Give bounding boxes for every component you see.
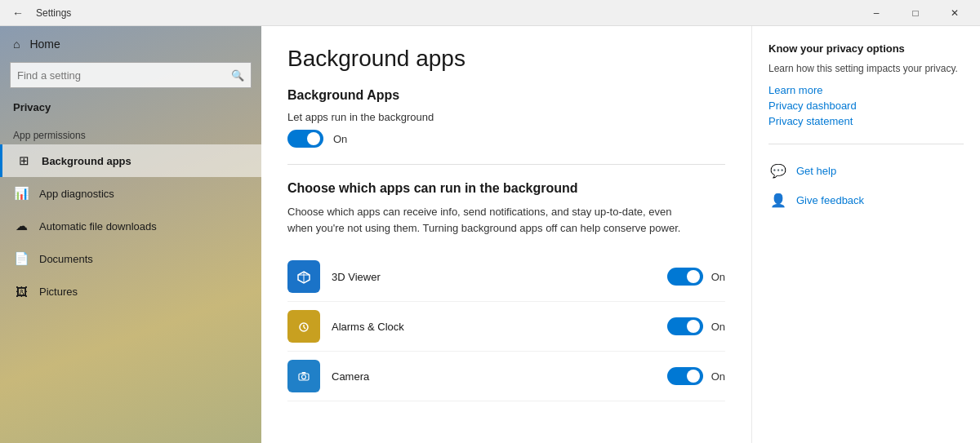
- choose-section-heading: Choose which apps can run in the backgro…: [287, 181, 725, 196]
- app-toggle-status-alarms-clock: On: [711, 321, 725, 333]
- sidebar-item-app-diagnostics[interactable]: 📊 App diagnostics: [0, 177, 261, 210]
- sidebar-item-documents[interactable]: 📄 Documents: [0, 242, 261, 275]
- title-bar: ← Settings – □ ✕: [0, 0, 980, 26]
- right-panel-desc: Learn how this setting impacts your priv…: [768, 61, 964, 76]
- sidebar-section-label: Privacy: [0, 95, 261, 117]
- app-item-3d-viewer: 3D Viewer On: [287, 252, 725, 302]
- page-title: Background apps: [287, 46, 725, 72]
- window-controls: – □ ✕: [858, 0, 973, 26]
- app-toggle-3d-viewer[interactable]: [667, 268, 703, 286]
- documents-icon: 📄: [13, 250, 29, 267]
- home-label: Home: [29, 38, 60, 51]
- privacy-dashboard-link[interactable]: Privacy dashboard: [768, 100, 964, 112]
- search-icon: 🔍: [231, 69, 244, 82]
- app-icon-camera: [287, 360, 320, 392]
- sidebar-item-label: App diagnostics: [39, 188, 114, 200]
- app-name-3d-viewer: 3D Viewer: [332, 271, 667, 283]
- maximize-button[interactable]: □: [897, 0, 934, 26]
- sidebar-item-pictures[interactable]: 🖼 Pictures: [0, 275, 261, 308]
- minimize-button[interactable]: –: [858, 0, 895, 26]
- app-diagnostics-icon: 📊: [13, 185, 29, 202]
- sidebar-item-label: Pictures: [39, 286, 78, 298]
- app-toggle-status-3d-viewer: On: [711, 271, 725, 283]
- app-name-camera: Camera: [332, 370, 667, 383]
- app-name-alarms-clock: Alarms & Clock: [332, 321, 667, 333]
- right-panel-divider: [768, 144, 964, 144]
- background-apps-icon: ⊞: [16, 153, 32, 169]
- right-panel: Know your privacy options Learn how this…: [751, 26, 980, 443]
- section-divider: [287, 164, 725, 165]
- app-item-alarms-clock: Alarms & Clock On: [287, 302, 725, 352]
- window-title: Settings: [36, 7, 858, 19]
- choose-section-description: Choose which apps can receive info, send…: [287, 204, 696, 236]
- svg-rect-11: [302, 372, 306, 374]
- search-input[interactable]: [17, 69, 231, 82]
- toggle-status: On: [333, 133, 347, 145]
- app-toggle-status-camera: On: [711, 370, 725, 383]
- get-help-action[interactable]: 💬 Get help: [768, 161, 964, 180]
- pictures-icon: 🖼: [13, 283, 29, 299]
- right-panel-title: Know your privacy options: [768, 42, 964, 55]
- toggle-state-row: On: [287, 130, 725, 148]
- home-icon: ⌂: [13, 38, 20, 51]
- app-icon-3d-viewer: [287, 260, 320, 293]
- learn-more-link[interactable]: Learn more: [768, 84, 964, 96]
- sidebar: ⌂ Home 🔍 Privacy App permissions ⊞ Backg…: [0, 26, 261, 443]
- app-toggle-camera[interactable]: [667, 367, 703, 385]
- sidebar-group-label: App permissions: [0, 117, 261, 144]
- back-button[interactable]: ←: [7, 2, 29, 24]
- give-feedback-label[interactable]: Give feedback: [796, 194, 864, 206]
- background-apps-heading: Background Apps: [287, 88, 725, 103]
- close-button[interactable]: ✕: [936, 0, 973, 26]
- content-main: Background apps Background Apps Let apps…: [261, 26, 751, 443]
- app-item-camera: Camera On: [287, 352, 725, 401]
- sidebar-item-label: Automatic file downloads: [39, 220, 157, 233]
- app-toggle-alarms-clock[interactable]: [667, 317, 703, 335]
- get-help-label[interactable]: Get help: [796, 165, 836, 177]
- sidebar-item-background-apps[interactable]: ⊞ Background apps: [0, 144, 261, 177]
- sidebar-item-label: Documents: [39, 253, 93, 265]
- background-apps-toggle-row: Let apps run in the background: [287, 111, 725, 123]
- app-icon-alarms-clock: [287, 310, 320, 343]
- privacy-statement-link[interactable]: Privacy statement: [768, 115, 964, 127]
- sidebar-item-label: Background apps: [42, 155, 131, 167]
- automatic-file-downloads-icon: ☁: [13, 218, 29, 234]
- give-feedback-action[interactable]: 👤 Give feedback: [768, 190, 964, 210]
- main-layout: ⌂ Home 🔍 Privacy App permissions ⊞ Backg…: [0, 26, 980, 443]
- give-feedback-icon: 👤: [768, 190, 788, 210]
- background-apps-toggle[interactable]: [287, 130, 323, 148]
- get-help-icon: 💬: [768, 161, 788, 180]
- toggle-label: Let apps run in the background: [287, 111, 434, 123]
- sidebar-search-box[interactable]: 🔍: [10, 62, 252, 88]
- content-area: Background apps Background Apps Let apps…: [261, 26, 980, 443]
- sidebar-item-automatic-file-downloads[interactable]: ☁ Automatic file downloads: [0, 210, 261, 242]
- sidebar-home-item[interactable]: ⌂ Home: [0, 29, 261, 59]
